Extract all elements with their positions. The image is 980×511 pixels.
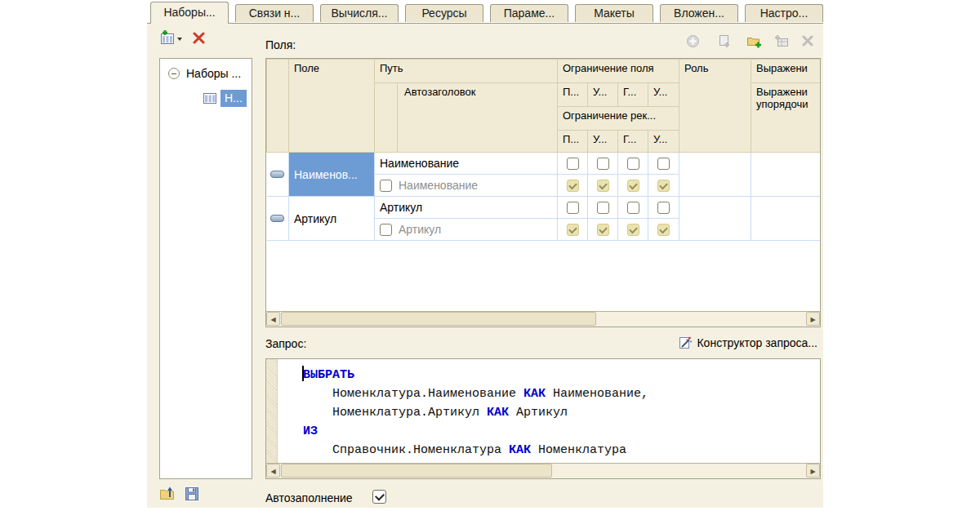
restriction-cell[interactable] — [648, 153, 679, 175]
collapse-icon[interactable] — [168, 68, 180, 79]
add-nested-table-button[interactable] — [774, 34, 789, 51]
restriction-cell[interactable] — [588, 197, 618, 219]
auto-title-checkbox[interactable] — [380, 180, 392, 192]
auto-restriction-checkbox[interactable] — [597, 180, 609, 192]
fields-table: ПолеПутьОграничение поляРольВыражениАвто… — [266, 59, 821, 241]
fields-hscrollbar[interactable]: ◀ ▶ — [266, 311, 820, 327]
auto-title-label: Артикул — [399, 223, 441, 236]
restriction-cell[interactable] — [618, 153, 648, 175]
field-cell[interactable]: Наименов... — [289, 153, 375, 197]
tab-2[interactable]: Связи н... — [235, 4, 314, 22]
restriction-subheader2-2: У... — [588, 131, 618, 153]
add-dataset-icon — [158, 30, 185, 47]
query-text-segment: Наименование, — [546, 387, 648, 401]
restriction-checkbox[interactable] — [627, 158, 639, 170]
row-handle-cell[interactable] — [267, 197, 289, 241]
copy-field-button[interactable] — [717, 34, 731, 51]
row-handle-icon[interactable] — [270, 215, 284, 222]
auto-restriction-checkbox[interactable] — [627, 224, 639, 236]
expression-column-header: Выражени — [751, 60, 821, 83]
tab-3[interactable]: Вычисля... — [320, 4, 399, 22]
auto-restriction-checkbox[interactable] — [567, 224, 579, 236]
query-keyword: КАК — [509, 443, 531, 457]
add-field-button[interactable] — [686, 34, 700, 51]
row-handle-icon[interactable] — [270, 171, 284, 178]
field-cell[interactable]: Артикул — [289, 197, 375, 241]
restriction-subheader2-3: Г... — [618, 131, 648, 153]
path-cell[interactable]: Артикул — [375, 197, 558, 219]
auto-restriction-checkbox[interactable] — [627, 180, 639, 192]
restriction-cell[interactable] — [618, 197, 648, 219]
restriction-cell[interactable] — [558, 197, 588, 219]
path-cell[interactable]: Наименование — [375, 153, 558, 175]
add-group-button[interactable] — [746, 34, 762, 51]
restriction-checkbox[interactable] — [627, 202, 639, 214]
restriction-checkbox[interactable] — [657, 158, 670, 170]
tree-root-label: Наборы ... — [186, 67, 241, 80]
auto-title-cell[interactable]: Артикул — [375, 219, 558, 241]
role-cell[interactable] — [679, 197, 751, 241]
query-keyword: КАК — [487, 406, 509, 420]
auto-restriction-cell — [648, 219, 679, 241]
query-editor[interactable]: ВЫБРАТЬ Номенклатура.Наименование КАК На… — [265, 358, 821, 479]
query-text[interactable]: ВЫБРАТЬ Номенклатура.Наименование КАК На… — [278, 359, 820, 464]
restriction-subheader-1: П... — [558, 83, 588, 107]
scroll-right-icon[interactable]: ▶ — [806, 464, 820, 478]
fields-scroll-thumb[interactable] — [281, 312, 596, 326]
query-scroll-thumb[interactable] — [281, 464, 552, 478]
header-indent-line — [397, 83, 398, 152]
save-button[interactable] — [185, 487, 200, 505]
auto-title-content: Артикул — [380, 223, 552, 236]
delete-dataset-button[interactable] — [193, 32, 205, 47]
auto-restriction-checkbox[interactable] — [597, 224, 609, 236]
auto-title-header: Автозаголовок — [375, 83, 558, 153]
row-handle-cell[interactable] — [267, 153, 289, 197]
auto-restriction-checkbox[interactable] — [567, 180, 579, 192]
restriction-checkbox[interactable] — [597, 158, 609, 170]
scroll-right-icon[interactable]: ▶ — [806, 312, 820, 326]
restriction-cell[interactable] — [558, 153, 588, 175]
delete-dataset-icon — [193, 32, 205, 44]
autofill-checkbox[interactable] — [372, 490, 386, 504]
auto-title-cell[interactable]: Наименование — [375, 175, 558, 197]
restriction-checkbox[interactable] — [657, 202, 670, 214]
restriction-checkbox[interactable] — [597, 202, 609, 214]
open-button[interactable] — [159, 486, 177, 505]
query-hscrollbar[interactable]: ◀ ▶ — [266, 463, 820, 478]
datasets-page: Поля: — [147, 23, 823, 508]
role-column-header: Роль — [679, 60, 751, 153]
restriction-checkbox[interactable] — [567, 158, 579, 170]
add-dataset-button[interactable] — [158, 30, 185, 50]
tree-child-label: Н... — [220, 90, 247, 107]
tab-8[interactable]: Настро... — [745, 4, 823, 22]
restriction-cell[interactable] — [588, 153, 618, 175]
expression-subheader: Выражени упорядочи — [751, 83, 821, 153]
delete-field-button[interactable] — [802, 35, 813, 50]
delete-field-icon — [802, 35, 813, 47]
tab-1[interactable]: Наборы... — [150, 2, 229, 24]
role-cell[interactable] — [679, 153, 751, 197]
restriction-subheader2-1: П... — [558, 131, 588, 153]
scroll-left-icon[interactable]: ◀ — [266, 464, 280, 478]
auto-restriction-checkbox[interactable] — [657, 180, 670, 192]
auto-restriction-checkbox[interactable] — [657, 224, 670, 236]
query-designer-button[interactable]: Конструктор запроса... — [679, 335, 817, 349]
scroll-left-icon[interactable]: ◀ — [266, 312, 280, 326]
query-line-4: ИЗ — [303, 422, 820, 441]
expression-cell[interactable] — [751, 153, 821, 197]
restriction-checkbox[interactable] — [567, 202, 579, 214]
table-row: АртикулАртикул — [267, 197, 822, 219]
add-folder-icon — [746, 34, 762, 48]
restriction-cell[interactable] — [648, 197, 679, 219]
expression-cell[interactable] — [751, 197, 821, 241]
tab-4[interactable]: Ресурсы — [405, 4, 483, 22]
tab-5[interactable]: Параме... — [490, 4, 568, 22]
field-restriction-header: Ограничение поля — [558, 60, 679, 83]
tree-item-datasets-root[interactable]: Наборы ... — [168, 67, 241, 80]
query-line-1: ВЫБРАТЬ — [303, 366, 820, 384]
auto-title-checkbox[interactable] — [380, 224, 392, 236]
tab-6[interactable]: Макеты — [575, 4, 653, 22]
handle-column-header — [267, 60, 289, 153]
tab-7[interactable]: Вложен... — [660, 4, 738, 22]
tree-item-dataset-1[interactable]: Н... — [203, 90, 247, 107]
